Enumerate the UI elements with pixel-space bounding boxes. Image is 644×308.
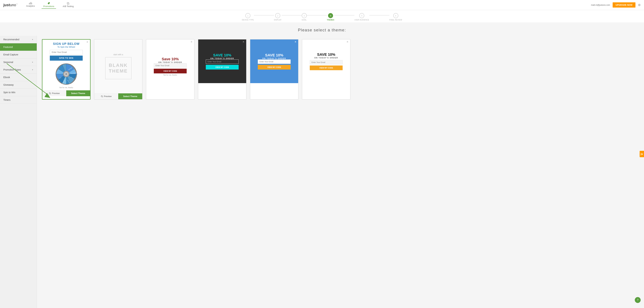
- step-6-label: FINAL REVIEW: [390, 19, 402, 21]
- step-1-label: DEVICE TYPE: [242, 19, 254, 21]
- ju-badge[interactable]: ju: [640, 151, 644, 157]
- blank-theme-actions: Preview Select Theme: [94, 93, 142, 99]
- logo-text: justuno™: [3, 3, 18, 7]
- spin-not-me: Not for me, thanks: [59, 87, 73, 88]
- sidebar-item-spin-to-win[interactable]: Spin to Win: [0, 89, 37, 96]
- theme-card-blue[interactable]: ✕ SAVE 10% ON TODAY'S ORDER VIEW MY CODE: [250, 39, 298, 100]
- upgrade-button[interactable]: UPGRADE NOW: [613, 2, 636, 8]
- theme-card-blank[interactable]: start with a BLANK THEME Preview Select …: [94, 39, 142, 100]
- chevron-down-icon-seasonal: ▼: [32, 61, 33, 63]
- sidebar-promotion-types-label: Promotion Types: [3, 68, 21, 71]
- sidebar-timers-label: Timers: [3, 99, 10, 101]
- spin-email-input[interactable]: [50, 50, 82, 55]
- close-icon-spin[interactable]: ✕: [86, 41, 88, 43]
- preview-button-blank[interactable]: Preview: [94, 93, 118, 99]
- sidebar-item-ebook[interactable]: Ebook: [0, 74, 37, 81]
- white-card-not-me: Not for me, thanks: [163, 74, 177, 76]
- nav-analytics[interactable]: Analytics: [24, 1, 36, 9]
- nav-analytics-label: Analytics: [26, 5, 35, 7]
- sidebar-giveaway-label: Giveaway: [3, 83, 14, 86]
- theme-card-dark[interactable]: ✕ SAVE 10% ON TODAY'S ORDER VIEW MY CODE: [198, 39, 246, 100]
- top-navigation: justuno™ Analytics Promotions A/B Testin…: [0, 0, 644, 10]
- svg-rect-0: [29, 3, 30, 4]
- top-right: matt.m@justuno.com UPGRADE NOW ⚙: [591, 2, 641, 8]
- search-icon: [49, 92, 51, 94]
- sidebar-spin-to-win-label: Spin to Win: [3, 91, 16, 94]
- svg-rect-3: [32, 3, 32, 4]
- sidebar-item-timers[interactable]: Timers: [0, 96, 37, 104]
- content-wrapper: Recommended ▼ Featured Email Capture Sea…: [0, 36, 644, 308]
- sidebar-item-featured[interactable]: Featured: [0, 43, 37, 51]
- help-button[interactable]: ?: [635, 297, 641, 303]
- chevron-down-icon: ▼: [32, 39, 33, 41]
- blue-card-email-input[interactable]: [258, 59, 291, 64]
- dark-card-title: SAVE 10%: [213, 53, 231, 57]
- close-icon-blue[interactable]: ✕: [294, 41, 296, 43]
- theme-card-spin-wheel[interactable]: ✕ SIGN UP BELOW To Spin the Wheel SPIN T…: [42, 39, 90, 100]
- step-2[interactable]: 2 DISPLAY: [274, 13, 282, 21]
- select-theme-button-blank[interactable]: Select Theme: [118, 93, 142, 99]
- dark-card-email-input[interactable]: [206, 59, 239, 64]
- content-layout: Recommended ▼ Featured Email Capture Sea…: [0, 36, 644, 308]
- copy-icon: [67, 2, 70, 5]
- preview-button-spin[interactable]: Preview: [42, 90, 66, 96]
- step-5-label: USER AUDIENCE: [354, 19, 369, 21]
- sidebar-item-email-capture[interactable]: Email Capture: [0, 51, 37, 58]
- spin-wheel-svg: 15% OFF FULL PRICE 5% OFF 20% OFF 10% OF…: [55, 63, 77, 85]
- blue-card-title: SAVE 10%: [265, 53, 283, 57]
- nav-promotions[interactable]: Promotions: [42, 1, 56, 9]
- white-big-card-email-input[interactable]: [310, 60, 343, 65]
- chevron-down-icon-promo: ▼: [32, 69, 33, 71]
- dark-card-cta-button[interactable]: VIEW MY CODE: [206, 65, 239, 70]
- sidebar-item-recommended[interactable]: Recommended ▼: [0, 36, 37, 43]
- blue-card-subtitle: ON TODAY'S ORDER: [262, 57, 286, 59]
- theme-card-white[interactable]: ✕ Save 10% ON TODAY'S ORDER VIEW MY CODE…: [146, 39, 194, 100]
- nav-items: Analytics Promotions A/B Testing: [24, 1, 75, 9]
- step-line-3: [307, 15, 327, 16]
- select-theme-button-spin[interactable]: Select Theme: [66, 90, 90, 96]
- step-4-circle: 4: [328, 13, 333, 18]
- step-1[interactable]: 1 DEVICE TYPE: [242, 13, 254, 21]
- spin-wheel-actions: Preview Select Theme: [42, 90, 90, 96]
- main-title: Please select a theme:: [0, 23, 644, 36]
- user-email: matt.m@justuno.com: [591, 4, 610, 6]
- spin-theme-subtitle: To Spin the Wheel: [57, 46, 75, 48]
- sidebar-item-seasonal[interactable]: Seasonal ▼: [0, 58, 37, 66]
- white-card-title: Save 10%: [162, 57, 179, 61]
- svg-rect-1: [30, 3, 30, 4]
- step-3-circle: 3: [302, 13, 307, 18]
- bar-chart-icon: [29, 2, 32, 4]
- step-6[interactable]: 6 FINAL REVIEW: [390, 13, 402, 21]
- blue-card-cta-button[interactable]: VIEW MY CODE: [258, 65, 291, 70]
- step-3[interactable]: 3 GOAL: [302, 13, 307, 21]
- step-4[interactable]: 4 THEMES: [327, 13, 334, 21]
- step-line-2: [282, 15, 302, 16]
- white-card-email-input[interactable]: [154, 63, 187, 68]
- sidebar-item-promotion-types[interactable]: Promotion Types ▼: [0, 66, 37, 74]
- step-2-label: DISPLAY: [274, 19, 282, 21]
- svg-rect-4: [67, 2, 68, 4]
- close-icon-white-big[interactable]: ✕: [346, 41, 348, 43]
- dark-card-subtitle: ON TODAY'S ORDER: [210, 57, 234, 59]
- spin-theme-title: SIGN UP BELOW: [53, 42, 80, 46]
- tag-icon: [48, 2, 50, 5]
- theme-area: ✕ SIGN UP BELOW To Spin the Wheel SPIN T…: [37, 36, 644, 308]
- white-big-card-cta-button[interactable]: VIEW MY CODE: [310, 66, 343, 70]
- sidebar-featured-label: Featured: [3, 46, 13, 48]
- close-icon-dark[interactable]: ✕: [242, 41, 244, 43]
- svg-point-31: [49, 93, 50, 94]
- step-5[interactable]: 5 USER AUDIENCE: [354, 13, 369, 21]
- sidebar: Recommended ▼ Featured Email Capture Sea…: [0, 36, 37, 308]
- settings-icon[interactable]: ⚙: [638, 3, 641, 7]
- nav-ab-testing[interactable]: A/B Testing: [61, 1, 76, 9]
- sidebar-item-giveaway[interactable]: Giveaway: [0, 81, 37, 89]
- svg-line-34: [102, 97, 103, 97]
- white-card-cta-button[interactable]: VIEW MY CODE: [154, 69, 187, 73]
- theme-card-white-big[interactable]: ✕ SAVE 10% ON TODAY'S ORDER VIEW MY CODE: [302, 39, 350, 100]
- step-line-5: [369, 15, 390, 16]
- step-2-circle: 2: [275, 13, 280, 18]
- spin-to-win-button[interactable]: SPIN TO WIN: [50, 56, 82, 61]
- svg-rect-2: [31, 2, 31, 4]
- close-icon-white[interactable]: ✕: [190, 41, 192, 43]
- step-3-label: GOAL: [302, 19, 307, 21]
